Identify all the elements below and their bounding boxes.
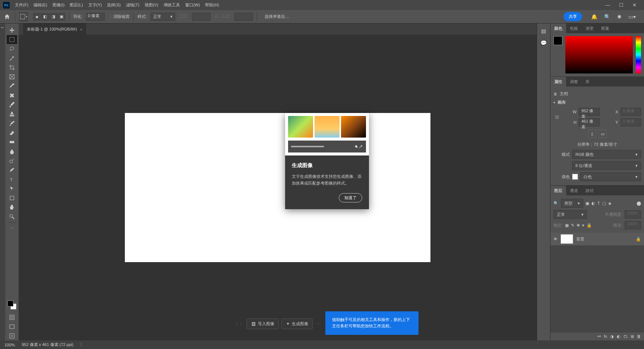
layer-name[interactable]: 背景 xyxy=(576,236,584,242)
layer-filter[interactable]: 类型▾ xyxy=(561,199,583,208)
menu-window[interactable]: 窗口(W) xyxy=(185,2,200,8)
group-icon[interactable]: 🗀 xyxy=(624,334,628,339)
popup-prompt-input[interactable]: ✦↗↖ xyxy=(288,141,366,153)
shape-tool[interactable] xyxy=(7,194,17,202)
crop-tool[interactable] xyxy=(7,63,17,72)
blur-tool[interactable] xyxy=(7,147,17,156)
lock-paint-icon[interactable]: ✎ xyxy=(571,223,574,228)
lock-trans-icon[interactable]: ▦ xyxy=(565,223,569,228)
taskbar-grip-icon[interactable]: ⋮⋮ xyxy=(233,321,244,326)
tab-patterns[interactable]: 图案 xyxy=(597,23,613,33)
tab-libraries[interactable]: 库 xyxy=(582,77,593,87)
close-icon[interactable]: ✕ xyxy=(632,2,637,8)
foreground-color[interactable] xyxy=(7,301,13,306)
collapsed-icon-1[interactable]: ▤ xyxy=(541,28,546,34)
tab-adjustments[interactable]: 调整 xyxy=(566,77,582,87)
edit-toolbar-icon[interactable]: ⋯ xyxy=(7,224,17,233)
menu-image[interactable]: 图像(I) xyxy=(53,2,64,8)
pen-tool[interactable] xyxy=(7,166,17,174)
link-layers-icon[interactable]: ⚯ xyxy=(597,334,601,339)
adjustment-icon[interactable]: ◐ xyxy=(617,334,621,339)
landscape-icon[interactable]: ▭ xyxy=(599,130,607,138)
thumb-2[interactable] xyxy=(315,116,340,138)
move-tool[interactable] xyxy=(7,26,17,35)
workspace-icon[interactable]: ✺ xyxy=(617,14,622,20)
expand-left-icon[interactable]: ▸▸ xyxy=(1,26,4,29)
new-layer-icon[interactable]: ⊞ xyxy=(631,334,634,339)
hand-tool[interactable] xyxy=(7,203,17,212)
marquee-tool-icon[interactable]: ▾ xyxy=(19,12,28,21)
ai-tool-icon[interactable] xyxy=(7,331,17,340)
new-selection-icon[interactable]: ■ xyxy=(33,13,41,21)
menu-edit[interactable]: 编辑(E) xyxy=(34,2,47,8)
brush-tool[interactable] xyxy=(7,100,17,109)
healing-tool[interactable] xyxy=(7,91,17,100)
search-layer-icon[interactable]: 🔍 xyxy=(553,201,559,206)
fx-icon[interactable]: fx xyxy=(604,334,607,339)
menu-file[interactable]: 文件(F) xyxy=(15,2,28,8)
import-image-button[interactable]: 🖼导入图像 xyxy=(247,318,279,329)
marquee-tool[interactable] xyxy=(7,35,17,44)
thumb-1[interactable] xyxy=(288,116,313,138)
feather-input[interactable]: 0 像素 xyxy=(86,13,105,21)
document-tab[interactable]: 未标题-1 @ 100%(RGB/8#) × xyxy=(23,23,86,35)
visibility-icon[interactable]: 👁 xyxy=(553,237,558,241)
portrait-icon[interactable]: ▯ xyxy=(588,130,596,138)
add-selection-icon[interactable]: ◧ xyxy=(41,13,49,21)
sub-selection-icon[interactable]: ◨ xyxy=(50,13,57,21)
layer-background[interactable]: 👁 背景 🔒 xyxy=(550,233,644,245)
wand-tool[interactable] xyxy=(7,54,17,63)
filter-type-icon[interactable]: T xyxy=(597,201,600,205)
maximize-icon[interactable]: ☐ xyxy=(619,2,624,8)
canvas[interactable]: ✦↗↖ 生成图像 文字生成图像技术支持您生成图像、添加效果或匹配参考图像的样式。… xyxy=(125,113,430,262)
screenmode-icon[interactable]: ▭▾ xyxy=(628,14,636,20)
filter-adj-icon[interactable]: ◐ xyxy=(591,201,595,206)
thumb-3[interactable] xyxy=(341,116,366,138)
history-brush-tool[interactable] xyxy=(7,119,17,128)
gradient-tool[interactable] xyxy=(7,138,17,147)
intersect-selection-icon[interactable]: ▣ xyxy=(58,13,65,21)
canvas-area[interactable]: ✦↗↖ 生成图像 文字生成图像技术支持您生成图像、添加效果或匹配参考图像的样式。… xyxy=(19,35,537,340)
generate-image-button[interactable]: ✦生成图像 xyxy=(281,318,313,329)
zoom-level[interactable]: 100% xyxy=(4,343,15,347)
layer-thumbnail[interactable] xyxy=(561,234,573,244)
tab-color[interactable]: 颜色 xyxy=(550,23,566,33)
hue-slider[interactable] xyxy=(636,36,641,73)
color-picker[interactable] xyxy=(565,36,633,73)
home-icon[interactable] xyxy=(3,13,11,21)
eyedropper-tool[interactable] xyxy=(7,82,17,91)
lock-nest-icon[interactable]: ▾ xyxy=(582,223,584,228)
frame-tool[interactable] xyxy=(7,72,17,81)
tab-paths[interactable]: 路径 xyxy=(582,186,597,195)
mask-icon[interactable]: ◑ xyxy=(610,334,614,339)
tab-swatches[interactable]: 色板 xyxy=(566,23,582,33)
height-field[interactable]: 461 像素 xyxy=(579,118,600,126)
screenmode-tool-icon[interactable] xyxy=(7,322,17,331)
lasso-tool[interactable] xyxy=(7,44,17,53)
menu-filter[interactable]: 滤镜(T) xyxy=(126,2,139,8)
collapsed-icon-2[interactable]: 💬 xyxy=(540,40,547,46)
mode-select[interactable]: RGB 颜色▾ xyxy=(572,150,641,159)
type-tool[interactable]: T xyxy=(7,175,17,184)
filter-toggle-icon[interactable]: ⬤ xyxy=(637,201,641,206)
menu-help[interactable]: 帮助(H) xyxy=(205,2,219,8)
stamp-tool[interactable] xyxy=(7,110,17,119)
filter-smart-icon[interactable]: ◈ xyxy=(608,201,611,206)
lock-icon[interactable]: 🔒 xyxy=(636,237,641,242)
color-swatches[interactable] xyxy=(7,301,16,309)
menu-select[interactable]: 选择(S) xyxy=(107,2,121,8)
tab-properties[interactable]: 属性 xyxy=(550,77,566,87)
eraser-tool[interactable] xyxy=(7,128,17,137)
search-icon[interactable]: 🔍 xyxy=(604,14,610,20)
filter-img-icon[interactable]: ▣ xyxy=(585,201,589,206)
select-mask-button[interactable]: 选择并遮住… xyxy=(261,14,293,19)
menu-layer[interactable]: 图层(L) xyxy=(70,2,83,8)
style-select[interactable]: 正常▾ xyxy=(151,13,175,21)
color-fg-swatch[interactable] xyxy=(553,36,562,45)
share-button[interactable]: 共享 xyxy=(564,12,582,21)
width-field[interactable]: 952 像素 xyxy=(579,108,600,116)
zoom-tool[interactable] xyxy=(7,212,17,221)
quickmask-icon[interactable] xyxy=(7,313,17,322)
tab-gradients[interactable]: 渐变 xyxy=(582,23,597,33)
path-tool[interactable] xyxy=(7,184,17,193)
